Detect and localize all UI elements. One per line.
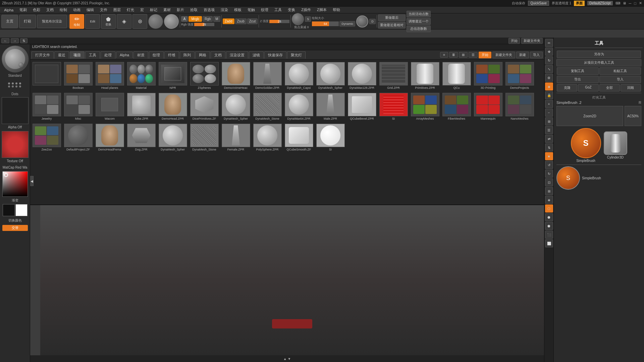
size-sphere[interactable] [356,15,368,27]
paste-tool-button[interactable]: 粘贴工具 [599,67,641,75]
rgb-strength-slider[interactable]: 25 [194,23,214,26]
list-item[interactable]: Si [315,123,345,152]
menu-texture[interactable]: 纹理 [258,7,271,13]
reset-latest-button[interactable]: 重做最后 [378,14,406,21]
all-button[interactable]: 全部 [599,84,620,92]
list-item[interactable]: Cube.ZPR [126,92,156,121]
dynamic-button[interactable]: Dynamic [339,21,355,26]
action5-icon-button[interactable]: ↻ [545,170,553,178]
menu-stroke[interactable]: 笔触 [245,7,258,13]
ac50-area[interactable]: AC50% [625,106,641,126]
list-item[interactable]: FiberMeshes [441,92,472,121]
list-item[interactable]: DemoAnimeHeac [221,61,251,90]
menu-light[interactable]: 灯光 [124,7,137,13]
list-item[interactable]: Female.ZPR [221,123,251,152]
new-folder-button[interactable]: 新建文件夹 [492,52,515,58]
list-item[interactable]: ZeeZoo [32,123,62,152]
menu-macro[interactable]: 宏 [138,7,147,13]
list-item[interactable]: Jewelry [32,92,62,121]
material-button[interactable]: ◈ [117,14,131,29]
tab-open-file[interactable]: 打开文件 [32,51,54,59]
list-item[interactable]: DynaMesh_Spher [315,61,345,90]
list-icon-button[interactable]: ☰ [545,126,553,134]
list-item[interactable]: Misc [63,92,93,121]
quicksave-button[interactable]: QuickSave [528,1,549,6]
reset-relative-button[interactable]: 重做最近最相对 [378,22,406,28]
second-sphere[interactable] [164,14,179,29]
list-item[interactable]: DemoHeadFema [95,123,125,152]
current-active-button[interactable]: 当前活动点数 [407,11,431,17]
action13-icon-button[interactable]: ⬜ [545,239,553,247]
list-item[interactable]: PolySphere.ZPR [252,123,282,152]
texture-thumbnail[interactable] [2,131,29,158]
zadd-button[interactable]: Zadd [223,18,234,24]
list-item[interactable]: DynaMesh_Capsi [284,61,314,90]
menu-draw[interactable]: 绘制 [57,7,70,13]
alpha-off-label[interactable]: Alpha Off [8,125,22,130]
detail-view-button[interactable]: ☰ [469,52,478,58]
swatch-white[interactable] [15,204,28,216]
tab-project[interactable]: 项目 [70,51,85,59]
channel-a-button[interactable]: A [181,16,188,22]
menu-zplugin[interactable]: Z插件 [299,7,314,13]
list-item[interactable]: DemoHead.ZPR [158,92,188,121]
stroke-pattern[interactable] [2,79,28,91]
list-item[interactable]: NanoMeshes [504,92,535,121]
menu-movie[interactable]: 影片 [174,7,187,13]
zoom-in-icon-button[interactable]: + [545,100,553,108]
action2-icon-button[interactable]: ⇅ [545,143,553,152]
action7-icon-button[interactable]: ⊞ [545,187,553,195]
tab-alpha[interactable]: Alpha [116,52,133,58]
export-button[interactable]: 导出 [557,76,599,83]
material-sphere[interactable] [148,14,163,29]
tab-quicksave[interactable]: 快速保存 [264,51,286,59]
import-button[interactable]: 导入 [530,52,543,58]
active-icon-button[interactable]: ◈ [545,82,553,90]
tab-filter[interactable]: 滤镜 [249,51,264,59]
left-panel-toggle[interactable]: ◀ [30,176,34,186]
tab-tool[interactable]: 工具 [85,51,100,59]
list-item[interactable]: DynaMesh_Spher [221,92,251,121]
nav-forward-button[interactable]: → [11,38,19,43]
focal-sphere[interactable] [292,13,304,25]
list-item[interactable]: ArrayMeshes [410,92,440,121]
list-item[interactable]: 3D Printing [473,61,503,90]
focal-s-button[interactable]: S [305,16,311,22]
action10-icon-button[interactable]: ⬢ [545,213,553,221]
cylinder3d-tool[interactable]: Cylinder3D [604,131,627,159]
list-item[interactable]: Boolean [63,61,93,90]
zcut-button[interactable]: Zcut [247,18,258,24]
action9-icon-button[interactable]: ⬡ [545,204,553,213]
sculpt-button[interactable]: ⬟ 变换 [101,14,116,29]
list-item[interactable]: Mannequin [473,92,503,121]
draw-size-slider[interactable]: 64 [312,21,339,26]
grid-icon-button[interactable]: ⊞ [545,117,553,125]
menu-color[interactable]: 色彩 [30,7,43,13]
z-strength-slider[interactable]: 25 [269,20,289,23]
list-item[interactable]: DynaMesh_Spher [158,123,188,152]
tab-recent[interactable]: 最近 [54,51,69,59]
list-item[interactable]: DynaMesh_Stone [189,123,219,152]
surface-button[interactable]: ⊛ [132,14,147,29]
menu-template[interactable]: 模板 [231,7,244,13]
import-button[interactable]: 导入 [599,76,641,83]
m-button[interactable]: M [213,16,220,22]
list-item[interactable]: NPR [158,61,188,90]
menu-edit[interactable]: 编辑 [84,7,97,13]
save-as-button[interactable]: 另存为 [557,51,641,58]
new-folder-button[interactable]: 新建文件夹 [521,38,543,44]
list-item[interactable]: QCubeBevel.ZPR [347,92,377,121]
alpha-thumbnail[interactable] [2,97,29,124]
sculpt-icon-button[interactable]: ✏ [545,39,553,47]
close-button[interactable]: ✕ [639,1,642,5]
list-item[interactable]: DemoProjects [504,61,535,90]
tab-material[interactable]: 材质 [133,51,148,59]
menu-layer[interactable]: 图层 [111,7,123,13]
action6-icon-button[interactable]: ⊡ [545,178,553,186]
list-item[interactable]: DicePrimitives.ZF [189,92,219,121]
lock-icon-button[interactable]: 🔒 [545,91,553,99]
action3-icon-button[interactable]: ★ [545,152,553,160]
edit-mode-button[interactable]: Edit [85,14,100,29]
rotate-icon-button[interactable]: ↻ [545,56,553,64]
list-item[interactable]: ZSpheres [189,61,219,90]
